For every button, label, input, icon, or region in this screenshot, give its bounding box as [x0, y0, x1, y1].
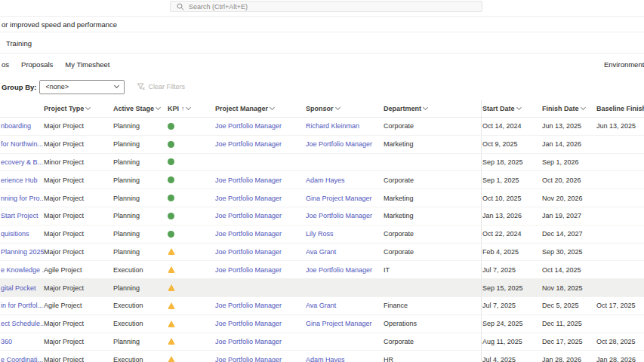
start-date-cell: Jan 13, 2026: [481, 207, 542, 225]
project-manager-link[interactable]: Joe Portfolio Manager: [215, 225, 306, 243]
kpi-cell: [168, 315, 215, 333]
finish-date-cell: Dec 14, 2027: [542, 225, 596, 243]
project-manager-link[interactable]: Joe Portfolio Manager: [215, 333, 306, 351]
project-type-cell: Major Project: [44, 136, 113, 153]
department-cell: Corporate: [384, 225, 481, 243]
sponsor-link[interactable]: Joe Portfolio Manager: [306, 207, 384, 225]
project-name-link[interactable]: ecovery & B...: [0, 154, 44, 171]
group-by-dropdown[interactable]: <none>: [39, 80, 125, 94]
nav-item-proposals[interactable]: Proposals: [21, 60, 53, 69]
column-header-department[interactable]: Department: [384, 100, 481, 118]
project-name-link[interactable]: erience Hub: [0, 171, 44, 189]
kpi-warning-icon: [168, 266, 175, 273]
sponsor-link[interactable]: Adam Hayes: [306, 171, 384, 189]
table-row[interactable]: Start ProjectMajor ProjectPlanningJoe Po…: [0, 207, 644, 225]
project-manager-link[interactable]: Joe Portfolio Manager: [215, 189, 306, 207]
project-manager-link[interactable]: Joe Portfolio Manager: [215, 118, 306, 135]
project-name-link[interactable]: gital Pocket: [0, 279, 44, 296]
project-manager-link[interactable]: Joe Portfolio Manager: [215, 297, 306, 314]
table-row[interactable]: for Northwin...Major ProjectPlanningJoe …: [0, 136, 644, 154]
search-box[interactable]: [170, 1, 482, 12]
sponsor-link[interactable]: Lily Ross: [306, 225, 384, 243]
project-type-cell: Major Project: [44, 225, 113, 243]
project-name-link[interactable]: Start Project: [0, 207, 44, 225]
table-row[interactable]: Planning 2025Major ProjectPlanningJoe Po…: [0, 244, 644, 262]
project-manager-link[interactable]: Joe Portfolio Manager: [215, 207, 306, 225]
project-manager-link[interactable]: Joe Portfolio Manager: [215, 171, 306, 189]
sponsor-link[interactable]: Joe Portfolio Manager: [306, 136, 384, 153]
project-manager-link[interactable]: Joe Portfolio Manager: [215, 244, 306, 261]
sponsor-link[interactable]: Adam Hayes: [306, 351, 384, 362]
table-row[interactable]: ecovery & B...Minor ProjectPlanningSep 1…: [0, 154, 644, 172]
finish-date-cell: Nov 20, 2026: [542, 189, 596, 207]
table-row[interactable]: nning for Pro...Major ProjectPlanningJoe…: [0, 189, 644, 207]
project-name-link[interactable]: nning for Pro...: [0, 189, 44, 207]
search-input[interactable]: [189, 3, 482, 11]
table-row[interactable]: gital PocketMajor ProjectPlanningSep 15,…: [0, 279, 644, 297]
project-name-link[interactable]: e Coordinati...: [0, 351, 44, 362]
page-tab-row: Training: [0, 33, 644, 54]
column-header-active-stage[interactable]: Active Stage: [113, 100, 168, 118]
table-row[interactable]: e Coordinati...Major ProjectExecutionJoe…: [0, 351, 644, 362]
active-stage-cell: Planning: [113, 279, 168, 296]
table-row[interactable]: erience HubMajor ProjectPlanningJoe Port…: [0, 171, 644, 189]
table-row[interactable]: e Knowledge ...Agile ProjectExecutionJoe…: [0, 261, 644, 279]
start-date-cell: Oct 22, 2024: [481, 225, 542, 243]
chevron-down-icon: [156, 105, 161, 110]
nav-item-environment[interactable]: Environment: [604, 54, 644, 74]
sponsor-link[interactable]: Gina Project Manager: [306, 315, 384, 333]
active-stage-cell: Execution: [113, 315, 168, 333]
column-header-kpi[interactable]: KPI↑: [168, 100, 215, 118]
active-stage-cell: Planning: [113, 118, 168, 135]
column-header-finish-date[interactable]: Finish Date: [542, 100, 596, 118]
project-name-link[interactable]: for Northwin...: [0, 136, 44, 153]
project-name-link[interactable]: ect Schedule...: [0, 315, 44, 333]
active-stage-cell: Planning: [113, 333, 168, 351]
projects-table: Project TypeActive StageKPI↑Project Mana…: [0, 100, 644, 362]
table-row[interactable]: 360Major ProjectPlanningJoe Portfolio Ma…: [0, 333, 644, 351]
table-row[interactable]: in for Portfol...Agile ProjectExecutionJ…: [0, 297, 644, 315]
baseline-finish-cell: [596, 261, 644, 278]
chevron-down-icon: [270, 105, 275, 110]
notification-banner: or improved speed and performance: [0, 16, 644, 32]
kpi-cell: [168, 244, 215, 261]
project-manager-link[interactable]: Joe Portfolio Manager: [215, 136, 306, 153]
project-type-cell: Major Project: [44, 279, 113, 296]
nav-item-my-timesheet[interactable]: My Timesheet: [65, 60, 109, 69]
project-name-link[interactable]: nboarding: [0, 118, 44, 135]
sponsor-link[interactable]: Gina Project Manager: [306, 189, 384, 207]
column-header-start-date[interactable]: Start Date: [481, 100, 542, 118]
column-header-project-type[interactable]: Project Type: [44, 100, 113, 118]
start-date-cell: Oct 10, 2025: [481, 189, 542, 207]
table-row[interactable]: nboardingMajor ProjectPlanningJoe Portfo…: [0, 118, 644, 136]
column-header-project-manager[interactable]: Project Manager: [215, 100, 306, 118]
banner-text: or improved speed and performance: [2, 20, 117, 29]
project-manager-link[interactable]: Joe Portfolio Manager: [215, 315, 306, 333]
project-name-link[interactable]: Planning 2025: [0, 244, 44, 261]
nav-item-portfolios[interactable]: os: [2, 60, 9, 69]
sponsor-link[interactable]: Joe Portfolio Manager: [306, 261, 384, 278]
kpi-cell: [168, 351, 215, 362]
sponsor-link[interactable]: Ava Grant: [306, 297, 384, 314]
column-header-baseline-finish[interactable]: Baseline Finish: [596, 100, 644, 118]
project-manager-link[interactable]: Joe Portfolio Manager: [215, 261, 306, 278]
column-header-name: [0, 100, 44, 118]
sponsor-link[interactable]: Richard Kleinman: [306, 118, 384, 135]
project-name-link[interactable]: 360: [0, 333, 44, 351]
department-cell: Corporate: [384, 118, 481, 135]
project-name-link[interactable]: in for Portfol...: [0, 297, 44, 314]
project-name-link[interactable]: quisitions: [0, 225, 44, 243]
project-manager-link[interactable]: Joe Portfolio Manager: [215, 351, 306, 362]
table-row[interactable]: quisitionsMajor ProjectPlanningJoe Portf…: [0, 225, 644, 244]
active-stage-cell: Planning: [113, 207, 168, 225]
sponsor-link[interactable]: Ava Grant: [306, 244, 384, 261]
column-header-sponsor[interactable]: Sponsor: [306, 100, 384, 118]
tab-training[interactable]: Training: [6, 39, 32, 48]
active-stage-cell: Execution: [113, 351, 168, 362]
table-row[interactable]: ect Schedule...Major ProjectExecutionJoe…: [0, 315, 644, 333]
filter-bar: Group By: <none> Clear Filters: [0, 75, 644, 98]
project-name-link[interactable]: e Knowledge ...: [0, 261, 44, 278]
project-type-cell: Major Project: [44, 244, 113, 261]
kpi-cell: [168, 118, 215, 135]
clear-filters-button[interactable]: Clear Filters: [137, 83, 185, 90]
